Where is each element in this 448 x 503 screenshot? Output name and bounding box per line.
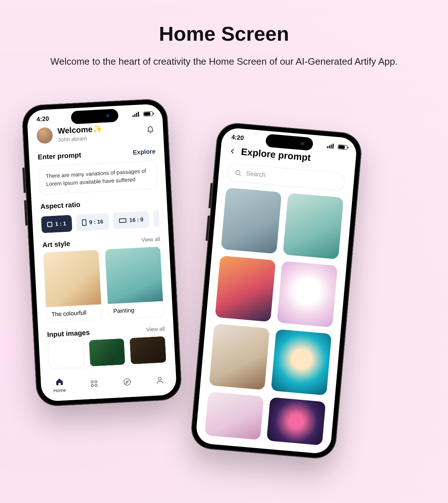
ratio-9-16[interactable]: 9 : 16 (76, 213, 109, 231)
tab-home[interactable]: Home (53, 377, 66, 394)
style-card-painting[interactable]: Painting (104, 246, 164, 319)
explore-link[interactable]: Explore (133, 148, 156, 156)
svg-point-5 (124, 378, 131, 385)
tab-bar: Home (40, 363, 177, 402)
input-image-empty[interactable] (48, 340, 85, 369)
cellular-icon (132, 112, 139, 117)
ratio-label: 9 : 16 (89, 218, 103, 225)
user-icon (155, 375, 164, 385)
username: John abram (58, 134, 103, 142)
status-time: 4:20 (36, 115, 49, 123)
svg-point-2 (95, 381, 97, 383)
back-icon[interactable] (229, 148, 236, 155)
bell-icon[interactable] (146, 125, 155, 134)
grid-icon (89, 379, 99, 388)
page-subtitle: Welcome to the heart of creativity the H… (0, 55, 448, 69)
ratio-3-2[interactable]: 3 : 2 (153, 210, 160, 227)
explore-tile[interactable] (277, 261, 337, 327)
explore-tile[interactable] (215, 255, 276, 322)
home-icon (55, 377, 64, 386)
phone-home: 4:20 Welcome✨ John abram (21, 98, 183, 407)
svg-point-6 (158, 377, 161, 380)
ratio-label: 16 : 9 (129, 216, 143, 223)
style-thumb (43, 250, 101, 307)
page-title: Home Screen (0, 0, 448, 45)
style-thumb (105, 246, 163, 304)
svg-point-4 (95, 384, 97, 386)
search-placeholder: Search (246, 170, 266, 179)
phone-explore: 4:20 Explore prompt Search (190, 121, 363, 460)
aspect-section-title: Aspect ratio (40, 196, 159, 210)
search-icon (234, 169, 242, 177)
style-card-colourfull[interactable]: The colourfull (43, 249, 103, 323)
explore-tile[interactable] (205, 392, 264, 440)
explore-tile[interactable] (271, 329, 332, 395)
tab-profile[interactable] (155, 375, 164, 385)
svg-point-8 (236, 170, 240, 175)
cellular-icon (327, 143, 334, 149)
dynamic-island (71, 109, 119, 124)
svg-point-3 (91, 384, 93, 386)
avatar[interactable] (36, 127, 53, 144)
explore-tile[interactable] (267, 397, 326, 446)
explore-tile[interactable] (209, 323, 270, 390)
svg-point-1 (91, 381, 93, 383)
style-label: The colourfull (46, 304, 102, 322)
welcome-label: Welcome (57, 125, 93, 136)
tab-discover[interactable] (123, 377, 132, 386)
compass-icon (123, 377, 132, 386)
prompt-section-title: Enter prompt (37, 151, 81, 161)
ratio-label: 1 : 1 (55, 220, 66, 227)
explore-tile[interactable] (283, 193, 344, 259)
input-image-2[interactable] (129, 336, 167, 365)
style-label: Painting (108, 301, 164, 319)
tab-grid[interactable] (89, 379, 99, 388)
tab-label: Home (53, 387, 66, 394)
sparkle-icon: ✨ (92, 124, 103, 133)
status-time: 4:20 (231, 134, 244, 142)
battery-icon (143, 111, 153, 116)
prompt-input[interactable]: There are many variations of passages of… (38, 160, 157, 194)
ratio-16-9[interactable]: 16 : 9 (113, 211, 150, 229)
input-image-1[interactable] (88, 338, 125, 367)
explore-grid (196, 180, 353, 446)
battery-icon (338, 144, 348, 150)
ratio-1-1[interactable]: 1 : 1 (41, 215, 72, 233)
explore-tile[interactable] (221, 188, 281, 254)
